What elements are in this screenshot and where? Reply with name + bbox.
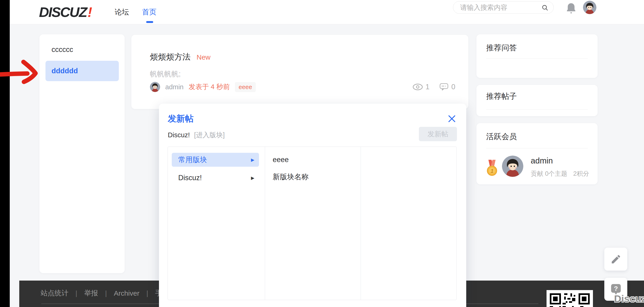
nav-item-home[interactable]: 首页: [142, 0, 156, 24]
qr-code: [546, 290, 593, 307]
recommended-qa-card: 推荐问答: [476, 34, 598, 78]
footer-links: 站点统计 | 举报 | Archiver | 手机版: [40, 289, 176, 298]
thread-stats: 1 0: [412, 82, 456, 92]
card-divider: [486, 58, 588, 59]
footer-link-archiver[interactable]: Archiver: [114, 289, 140, 297]
card-divider: [486, 109, 588, 110]
selector-item-label: 常用版块: [178, 155, 207, 165]
submit-post-button[interactable]: 发新帖: [419, 127, 457, 141]
thread-card: 烦烦烦方法 New 帆帆帆帆; admin 发表于 4 秒前 eeee: [131, 35, 468, 109]
column-divider: [265, 147, 265, 300]
forum-list-card: cccccc dddddd: [40, 34, 124, 273]
avatar-image: [502, 156, 523, 177]
author-name[interactable]: admin: [165, 83, 184, 91]
selector-item-discuz[interactable]: Discuz! ▶: [172, 171, 259, 185]
member-name[interactable]: admin: [531, 156, 553, 165]
active-tab-indicator: [146, 21, 153, 23]
discuz-watermark: Discuz!: [614, 293, 644, 305]
forum-tag[interactable]: eeee: [235, 82, 256, 92]
selector-item-eeee[interactable]: eeee: [273, 155, 289, 165]
selector-item-new-forum[interactable]: 新版块名称: [273, 172, 309, 182]
search-input[interactable]: [460, 1, 537, 13]
forum-item-dddddd[interactable]: dddddd: [46, 61, 119, 81]
avatar-image: [150, 82, 160, 92]
logo-exclamation: !: [88, 4, 92, 20]
close-icon[interactable]: [447, 114, 457, 124]
member-points: 2积分: [573, 170, 589, 178]
footer-link-site-stats[interactable]: 站点统计: [40, 289, 68, 298]
svg-text:?: ?: [614, 285, 618, 292]
card-title: 活跃会员: [486, 131, 517, 142]
discuz-logo[interactable]: DISCUZ!: [39, 4, 92, 20]
new-post-fab[interactable]: [604, 248, 627, 271]
forum-selector: 常用版块 ▶ Discuz! ▶ eeee 新版块名称: [168, 147, 457, 300]
member-avatar: [502, 156, 523, 177]
svg-text:1: 1: [490, 168, 494, 174]
comments-icon: [439, 83, 448, 91]
thread-excerpt: 帆帆帆帆;: [150, 69, 181, 79]
author-avatar[interactable]: [150, 82, 160, 92]
selector-item-label: Discuz!: [178, 174, 202, 182]
avatar-image: [583, 1, 596, 14]
card-title: 推荐帖子: [486, 91, 517, 102]
views-count: 1: [426, 83, 430, 91]
views-icon: [412, 83, 423, 90]
new-badge: New: [196, 53, 210, 61]
caret-right-icon: ▶: [251, 157, 254, 163]
logo-text: DISCUZ: [39, 4, 86, 20]
active-members-card: 活跃会员 1 admin 贡献 0个主题: [476, 123, 598, 184]
thread-meta: admin 发表于 4 秒前 eeee: [150, 82, 256, 92]
member-contribution: 贡献 0个主题: [531, 170, 568, 178]
enter-forum-link[interactable]: [进入版块]: [194, 131, 225, 139]
page-root: DISCUZ! 论坛 首页: [0, 0, 644, 307]
notifications-bell-icon[interactable]: [566, 2, 576, 14]
pencil-icon: [610, 254, 622, 265]
footer-separator: |: [76, 289, 77, 297]
new-post-modal: 发新帖 Discuz! [进入版块] 发新帖 常用版块 ▶ Discuz! ▶ …: [159, 104, 466, 307]
top-navbar: DISCUZ! 论坛 首页: [0, 0, 644, 24]
card-divider: [486, 148, 588, 148]
search-icon[interactable]: [542, 4, 549, 11]
footer-separator: |: [146, 289, 148, 297]
thread-title-row: 烦烦烦方法 New: [150, 51, 210, 62]
selected-forum-label: Discuz!: [168, 131, 190, 139]
modal-title: 发新帖: [168, 113, 194, 124]
nav-item-forum[interactable]: 论坛: [115, 0, 129, 24]
selector-item-common-forums[interactable]: 常用版块 ▶: [172, 153, 259, 167]
footer-link-report[interactable]: 举报: [84, 289, 98, 298]
caret-right-icon: ▶: [251, 175, 254, 181]
forum-item-label: dddddd: [52, 67, 78, 75]
forum-item-cccccc[interactable]: cccccc: [52, 45, 73, 54]
selected-forum-row: Discuz! [进入版块]: [168, 131, 225, 140]
card-title: 推荐问答: [486, 43, 517, 53]
recommended-posts-card: 推荐帖子: [476, 85, 598, 116]
thread-title[interactable]: 烦烦烦方法: [150, 51, 190, 62]
post-time: 发表于 4 秒前: [189, 82, 230, 92]
comments-count: 0: [452, 83, 455, 91]
user-avatar[interactable]: [583, 1, 596, 14]
search-box[interactable]: [453, 1, 554, 14]
footer-separator: |: [105, 289, 107, 297]
rank-medal-icon: 1: [486, 160, 498, 176]
left-edge-bar: [0, 0, 10, 307]
